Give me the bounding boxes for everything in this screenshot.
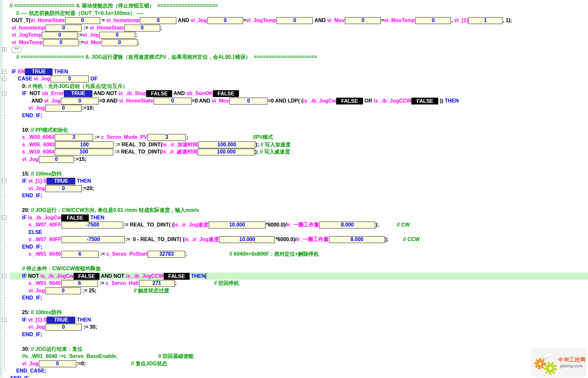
code-line[interactable]: 10: // PP模式初始化: [10, 127, 588, 134]
monitor-value-box[interactable]: 3: [55, 134, 93, 141]
code-line[interactable]: vi_JogTemp0:=vi_Jog0;: [10, 31, 588, 39]
monitor-value-box[interactable]: 0: [345, 17, 381, 24]
code-line[interactable]: // ===================== 6. JOG运行逻辑（改用速度…: [10, 54, 588, 61]
code-line[interactable]: vi_Jog0 := 25;// 触发状态过渡: [10, 287, 588, 295]
code-line[interactable]: vi_Jog0:=10;: [10, 104, 588, 112]
code-line[interactable]: OUT_T(vi_HomeState0 = vi_hometemp0 AND v…: [10, 17, 588, 24]
monitor-value-box[interactable]: 10.000: [209, 222, 265, 228]
monitor-value-box[interactable]: 0: [154, 98, 192, 104]
code-line[interactable]: s_.W10_6084100 := REAL_TO_DINT(is_.ir_减速…: [10, 148, 588, 156]
code-line-current[interactable]: IF NOT is_.ib_JogCwFALSE AND NOT is_.ib_…: [10, 273, 588, 280]
code-line[interactable]: CASE vi_Jog0 OF: [10, 75, 588, 83]
code-line[interactable]: [10, 119, 588, 127]
true-badge[interactable]: TRUE: [47, 178, 75, 185]
monitor-value-box[interactable]: 3: [147, 134, 186, 141]
code-line[interactable]: 25: // 100ms防抖: [10, 309, 588, 316]
true-badge[interactable]: TRUE: [25, 68, 53, 75]
code-line[interactable]: END_IF;: [10, 243, 588, 251]
code-line[interactable]: END_IF;: [10, 192, 588, 200]
false-badge[interactable]: FALSE: [411, 98, 438, 104]
code-line[interactable]: IF vt_[1].STRUE THEN: [10, 316, 588, 324]
monitor-value-box[interactable]: 8.000: [319, 222, 375, 228]
code-line[interactable]: [10, 258, 588, 265]
monitor-value-box[interactable]: 0: [100, 32, 135, 39]
monitor-value-box[interactable]: 0: [61, 98, 99, 104]
monitor-value-box[interactable]: -7500: [62, 236, 125, 243]
monitor-value-box[interactable]: 0: [42, 32, 77, 39]
false-badge[interactable]: FALSE: [213, 90, 239, 97]
monitor-value-box[interactable]: 1: [468, 17, 502, 24]
code-line[interactable]: /**/: [10, 46, 588, 54]
monitor-value-box[interactable]: 100: [55, 141, 113, 148]
false-badge[interactable]: FALSE: [74, 273, 100, 280]
code-line[interactable]: vi_MovTemp0:=vi_Mov0;: [10, 39, 588, 46]
false-badge[interactable]: FALSE: [146, 90, 172, 97]
code-line[interactable]: s_.W07_60FF-7500:= 0 - REAL_TO_DINT( (is…: [10, 236, 588, 243]
code-line[interactable]: vi_Jog0 := 30;: [10, 323, 588, 331]
monitor-value-box[interactable]: 32783: [148, 251, 185, 258]
code-line[interactable]: IF ENTRUE THEN: [10, 68, 588, 76]
code-line[interactable]: //s_.W01_6040 :=c_Servo_BaseEnable;// 切回…: [10, 353, 588, 360]
monitor-value-box[interactable]: 6: [61, 251, 99, 258]
code-line[interactable]: s_.W0E_6083100 := REAL_TO_DINT(is_.ir_加速…: [10, 141, 588, 149]
code-line[interactable]: AND vi_Jog0=0 AND vi_HomeState0=0 AND vi…: [10, 97, 588, 105]
monitor-value-box[interactable]: 0: [415, 17, 451, 24]
collapsed-comment-box[interactable]: /**/: [12, 47, 21, 53]
monitor-value-box[interactable]: 0: [45, 105, 82, 112]
code-line[interactable]: 15: // 100ms防抖: [10, 170, 588, 178]
true-badge[interactable]: TRUE: [64, 90, 92, 97]
code-line[interactable]: vi_Jog0:=15;: [10, 156, 588, 163]
monitor-value-box[interactable]: 0: [45, 324, 82, 331]
code-line[interactable]: // ==================== 4. 驱动使能总控（停止按钮互锁…: [10, 2, 588, 10]
code-line[interactable]: [10, 163, 588, 170]
code-line[interactable]: END_IF;: [10, 331, 588, 338]
code-line[interactable]: IF is_.ib_JogCwFALSE THEN: [10, 214, 588, 222]
false-badge[interactable]: FALSE: [61, 214, 89, 221]
code-line[interactable]: // 停止条件：CW/CCW按钮均释放: [10, 265, 588, 273]
monitor-value-box[interactable]: 0: [45, 25, 82, 31]
code-line[interactable]: END_IF: [10, 375, 588, 378]
monitor-value-box[interactable]: 6: [61, 280, 98, 287]
monitor-value-box[interactable]: 0: [207, 17, 243, 24]
code-line[interactable]: IF vt_[1].STRUE THEN: [10, 177, 588, 185]
code-line[interactable]: vi_Jog0:=0;// 复位JOG状态: [10, 360, 588, 368]
monitor-value-box[interactable]: 0: [39, 360, 76, 367]
code-line[interactable]: s_.W01_60406 := c_Servo_PvStart32783;// …: [10, 250, 588, 258]
code-line[interactable]: ELSE: [10, 229, 588, 236]
code-line[interactable]: s_.W01_60406 := c_Servo_Halt271;// 切回停机: [10, 280, 588, 287]
code-line[interactable]: END_CASE;: [10, 367, 588, 375]
false-badge[interactable]: FALSE: [164, 273, 190, 280]
monitor-value-box[interactable]: 0: [124, 25, 160, 31]
code-line[interactable]: s_.W07_60FF-7500:= REAL_TO_DINT( (is_.ir…: [10, 221, 588, 229]
monitor-value-box[interactable]: 8.000: [329, 236, 385, 243]
code-line[interactable]: // ---- 状态切换防抖定时器（OUT_T=0.1s=100ms） ----: [10, 10, 588, 17]
true-badge[interactable]: TRUE: [47, 317, 75, 323]
monitor-value-box[interactable]: 0: [45, 287, 81, 294]
monitor-value-box[interactable]: 0: [229, 98, 267, 104]
code-line[interactable]: [10, 302, 588, 309]
monitor-value-box[interactable]: 271: [139, 280, 175, 287]
code-line[interactable]: vi_hometemp0 := vi_HomeState0;: [10, 24, 588, 32]
code-area[interactable]: // ==================== 4. 驱动使能总控（停止按钮互锁…: [0, 2, 588, 378]
code-line[interactable]: 20: // JOG运行：CW/CCW方向, 单位是0.01 r/min 转成实…: [10, 207, 588, 214]
monitor-value-box[interactable]: 100.000: [198, 149, 254, 155]
monitor-value-box[interactable]: 0: [51, 76, 89, 82]
monitor-value-box[interactable]: 0: [102, 39, 137, 46]
monitor-value-box[interactable]: -7500: [62, 222, 123, 228]
monitor-value-box[interactable]: 0: [43, 39, 79, 46]
monitor-value-box[interactable]: 100.000: [198, 141, 255, 148]
monitor-value-box[interactable]: 0: [45, 185, 82, 192]
code-line[interactable]: IF NOT ob_ErrorTRUE AND NOT is_.ib_StopF…: [10, 90, 588, 97]
monitor-value-box[interactable]: 0: [39, 156, 74, 163]
monitor-value-box[interactable]: 0: [65, 17, 100, 24]
code-line[interactable]: s_.W00_60603 := c_Servo_Mode_PV3;//PV模式: [10, 134, 588, 141]
code-line[interactable]: 0: // 待机：允许JOG启动（与原点/定位互斥）: [10, 83, 588, 90]
monitor-value-box[interactable]: 10.000: [219, 236, 275, 243]
monitor-value-box[interactable]: 100: [55, 149, 113, 155]
false-badge[interactable]: FALSE: [336, 98, 363, 104]
code-line[interactable]: [10, 338, 588, 346]
code-line[interactable]: END_IF;: [10, 294, 588, 302]
code-line[interactable]: 30: // JOG运行结束：复位: [10, 346, 588, 353]
monitor-value-box[interactable]: 0: [276, 17, 313, 24]
code-line[interactable]: [10, 61, 588, 68]
